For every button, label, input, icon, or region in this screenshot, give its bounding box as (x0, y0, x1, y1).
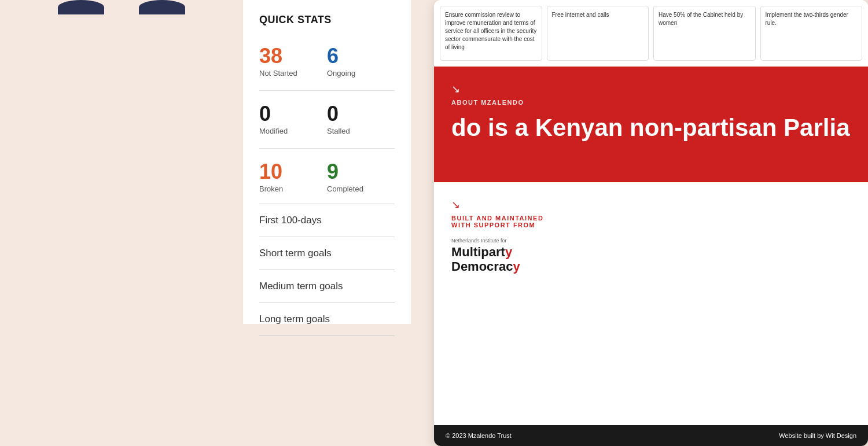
about-section: ↘ ABOUT MZALENDO do is a Kenyan non-part… (434, 67, 868, 182)
about-label: ABOUT MZALENDO (451, 99, 851, 106)
multiparty-y2: y (513, 259, 520, 274)
stat-broken: 10 Broken (259, 156, 327, 199)
stats-grid-2: 0 Modified 0 Stalled (259, 98, 395, 141)
nav-medium-term[interactable]: Medium term goals (259, 270, 395, 303)
nav-links: First 100-days Short term goals Medium t… (259, 204, 395, 336)
nav-short-term[interactable]: Short term goals (259, 237, 395, 270)
avatar-right (139, 0, 185, 14)
stat-label-broken: Broken (259, 185, 327, 193)
goal-card-0: Ensure commission review to improve remu… (440, 6, 542, 61)
stat-number-not-started: 38 (259, 46, 327, 67)
stat-modified: 0 Modified (259, 98, 327, 141)
browser-container: Ensure commission review to improve remu… (434, 0, 868, 446)
stats-divider-1 (259, 90, 395, 91)
avatars-area (0, 0, 243, 17)
stats-grid: 38 Not Started 6 Ongoing (259, 40, 395, 83)
about-heading: do is a Kenyan non-partisan Parliar (451, 114, 851, 142)
about-arrow-icon: ↘ (451, 83, 851, 95)
stat-stalled: 0 Stalled (327, 98, 395, 141)
stat-label-modified: Modified (259, 127, 327, 135)
stat-label-ongoing: Ongoing (327, 69, 395, 78)
support-section: ↘ BUILT AND MAINTAINEDWITH SUPPORT FROM … (434, 182, 868, 298)
multiparty-y1: y (505, 245, 512, 259)
goal-card-2: Have 50% of the Cabinet held by women (653, 6, 756, 61)
stat-number-broken: 10 (259, 161, 327, 182)
support-label: BUILT AND MAINTAINEDWITH SUPPORT FROM (451, 215, 851, 228)
browser-footer: © 2023 Mzalendo Trust Website built by W… (434, 425, 868, 446)
nav-long-term[interactable]: Long term goals (259, 303, 395, 336)
goal-card-1: Free internet and calls (547, 6, 649, 61)
stat-number-stalled: 0 (327, 104, 395, 124)
footer-copyright: © 2023 Mzalendo Trust (446, 432, 512, 439)
multiparty-large-text: Multiparty Democracy (451, 245, 851, 274)
stat-label-completed: Completed (327, 185, 395, 193)
avatar-left (58, 0, 104, 14)
stat-completed: 9 Completed (327, 156, 395, 199)
support-arrow-icon: ↘ (451, 198, 851, 211)
nav-first-100-days[interactable]: First 100-days (259, 204, 395, 237)
quick-stats-title: QUICK STATS (259, 14, 395, 26)
multiparty-small-text: Netherlands Institute for (451, 238, 851, 244)
stat-label-stalled: Stalled (327, 127, 395, 135)
stat-number-modified: 0 (259, 104, 327, 124)
stat-ongoing: 6 Ongoing (327, 40, 395, 83)
quick-stats-panel: QUICK STATS 38 Not Started 6 Ongoing 0 M… (243, 0, 411, 324)
stats-grid-3: 10 Broken 9 Completed (259, 156, 395, 199)
goal-card-3: Implement the two-thirds gender rule. (760, 6, 863, 61)
stat-number-ongoing: 6 (327, 46, 395, 67)
multiparty-logo: Netherlands Institute for Multiparty Dem… (451, 238, 851, 274)
stat-not-started: 38 Not Started (259, 40, 327, 83)
footer-credit: Website built by Wit Design (779, 432, 856, 439)
stat-label-not-started: Not Started (259, 69, 327, 78)
stat-number-completed: 9 (327, 161, 395, 182)
cards-row: Ensure commission review to improve remu… (434, 0, 868, 67)
stats-divider-2 (259, 148, 395, 149)
